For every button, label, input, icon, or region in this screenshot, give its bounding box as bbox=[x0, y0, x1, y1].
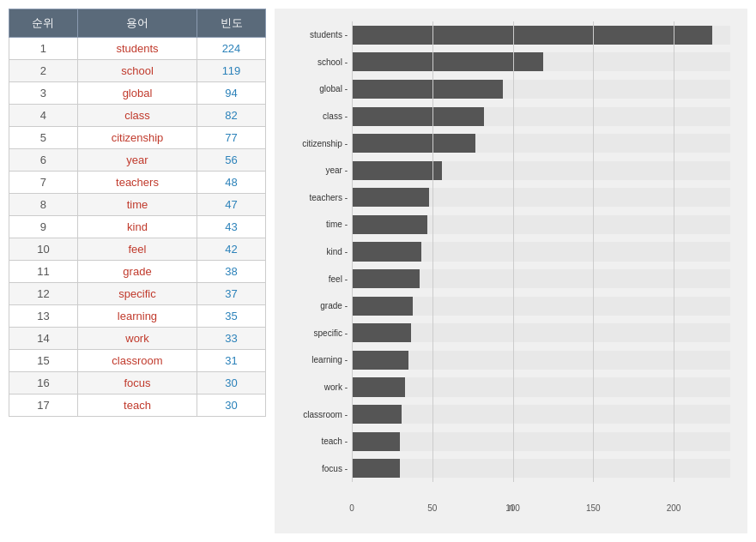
bar-fill bbox=[352, 188, 429, 207]
cell-freq: 43 bbox=[197, 216, 266, 238]
bar-fill bbox=[352, 52, 543, 71]
bar-fill bbox=[352, 26, 712, 45]
bar-row: global - bbox=[352, 75, 730, 103]
cell-freq: 77 bbox=[197, 127, 266, 149]
x-tick-label: 0 bbox=[349, 503, 354, 513]
bar-label: specific - bbox=[314, 328, 348, 338]
cell-term: kind bbox=[77, 216, 197, 238]
bar-label: work - bbox=[324, 382, 348, 392]
cell-freq: 38 bbox=[197, 261, 266, 283]
bar-label: learning - bbox=[311, 355, 348, 364]
bar-background bbox=[352, 107, 730, 126]
cell-freq: 119 bbox=[197, 60, 266, 82]
bar-fill bbox=[352, 134, 475, 153]
bar-row: learning - bbox=[352, 346, 730, 374]
table-row: 12 specific 37 bbox=[9, 283, 266, 305]
bar-fill bbox=[352, 351, 408, 370]
bar-row: grade - bbox=[352, 292, 730, 320]
bar-label: kind - bbox=[327, 247, 348, 256]
cell-freq: 42 bbox=[197, 238, 266, 261]
bar-background bbox=[352, 432, 730, 451]
cell-rank: 10 bbox=[9, 238, 78, 261]
bar-background bbox=[352, 80, 730, 99]
bar-label: teach - bbox=[321, 437, 348, 446]
table-row: 16 focus 30 bbox=[9, 372, 266, 394]
table-row: 13 learning 35 bbox=[9, 305, 266, 328]
bar-row: focus - bbox=[352, 455, 730, 483]
bar-fill bbox=[352, 323, 411, 342]
col-header-term: 용어 bbox=[77, 9, 197, 38]
cell-term: year bbox=[77, 149, 197, 172]
bar-background bbox=[352, 161, 730, 180]
table-row: 11 grade 38 bbox=[9, 261, 266, 283]
cell-term: school bbox=[77, 60, 197, 82]
bar-fill bbox=[352, 269, 420, 288]
bar-chart: students - school - global - class - cit… bbox=[275, 9, 747, 533]
cell-freq: 37 bbox=[197, 283, 266, 305]
cell-freq: 56 bbox=[197, 149, 266, 172]
col-header-rank: 순위 bbox=[9, 9, 78, 38]
cell-term: classroom bbox=[77, 350, 197, 372]
bar-fill bbox=[352, 80, 503, 99]
cell-freq: 31 bbox=[197, 350, 266, 372]
bar-row: year - bbox=[352, 157, 730, 184]
cell-rank: 15 bbox=[9, 350, 78, 372]
bar-row: feel - bbox=[352, 265, 730, 292]
bar-label: focus - bbox=[322, 464, 348, 473]
bar-row: classroom - bbox=[352, 400, 730, 428]
bar-label: school - bbox=[318, 57, 348, 67]
bar-label: global - bbox=[319, 84, 348, 93]
cell-term: citizenship bbox=[77, 127, 197, 149]
x-axis-label: n bbox=[508, 502, 513, 512]
bar-label: citizenship - bbox=[302, 139, 348, 148]
cell-freq: 47 bbox=[197, 194, 266, 216]
cell-freq: 30 bbox=[197, 372, 266, 394]
x-tick-label: 50 bbox=[427, 503, 437, 513]
cell-term: work bbox=[77, 328, 197, 350]
bar-fill bbox=[352, 107, 484, 126]
cell-freq: 30 bbox=[197, 394, 266, 417]
cell-rank: 11 bbox=[9, 261, 78, 283]
chart-bars: students - school - global - class - cit… bbox=[283, 17, 739, 482]
bar-fill bbox=[352, 459, 400, 478]
bar-fill bbox=[352, 405, 402, 424]
bar-background bbox=[352, 26, 730, 45]
bar-row: citizenship - bbox=[352, 129, 730, 157]
bar-label: students - bbox=[310, 30, 348, 39]
x-tick-label: 150 bbox=[586, 503, 601, 513]
table-row: 1 students 224 bbox=[9, 38, 266, 60]
cell-freq: 35 bbox=[197, 305, 266, 328]
cell-term: feel bbox=[77, 238, 197, 261]
bar-row: school - bbox=[352, 49, 730, 76]
cell-rank: 16 bbox=[9, 372, 78, 394]
bar-fill bbox=[352, 432, 400, 451]
cell-rank: 5 bbox=[9, 127, 78, 149]
cell-term: class bbox=[77, 105, 197, 127]
bar-background bbox=[352, 459, 730, 478]
cell-term: teachers bbox=[77, 172, 197, 194]
table-row: 2 school 119 bbox=[9, 60, 266, 82]
table-row: 7 teachers 48 bbox=[9, 172, 266, 194]
table-row: 15 classroom 31 bbox=[9, 350, 266, 372]
cell-freq: 33 bbox=[197, 328, 266, 350]
table-row: 6 year 56 bbox=[9, 149, 266, 172]
bar-row: kind - bbox=[352, 238, 730, 266]
cell-term: grade bbox=[77, 261, 197, 283]
table-row: 17 teach 30 bbox=[9, 394, 266, 417]
bar-row: time - bbox=[352, 211, 730, 238]
bar-row: specific - bbox=[352, 320, 730, 347]
bar-background bbox=[352, 351, 730, 370]
cell-rank: 17 bbox=[9, 394, 78, 417]
bar-background bbox=[352, 52, 730, 71]
cell-rank: 3 bbox=[9, 82, 78, 105]
cell-term: global bbox=[77, 82, 197, 105]
bar-row: students - bbox=[352, 21, 730, 49]
bar-label: classroom - bbox=[303, 410, 348, 419]
table-row: 8 time 47 bbox=[9, 194, 266, 216]
table-row: 9 kind 43 bbox=[9, 216, 266, 238]
bar-label: class - bbox=[323, 111, 348, 121]
bar-label: time - bbox=[326, 220, 348, 229]
cell-term: time bbox=[77, 194, 197, 216]
bar-fill bbox=[352, 297, 413, 316]
cell-rank: 4 bbox=[9, 105, 78, 127]
